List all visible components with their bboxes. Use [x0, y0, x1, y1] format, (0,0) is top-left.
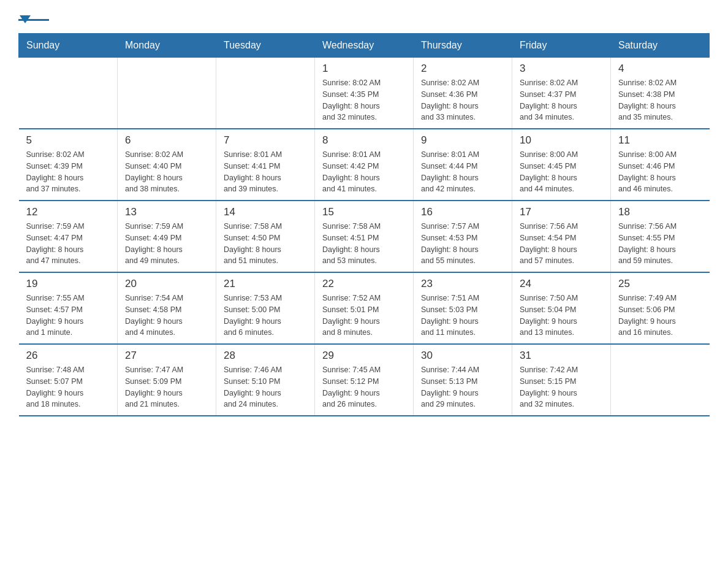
calendar-day-cell: 28Sunrise: 7:46 AMSunset: 5:10 PMDayligh…	[216, 344, 315, 416]
day-info: Sunrise: 8:02 AMSunset: 4:36 PMDaylight:…	[421, 77, 504, 123]
day-info: Sunrise: 7:52 AMSunset: 5:01 PMDaylight:…	[322, 293, 406, 339]
calendar-day-cell: 21Sunrise: 7:53 AMSunset: 5:00 PMDayligh…	[216, 272, 315, 344]
day-number: 16	[421, 206, 504, 218]
logo	[18, 12, 49, 21]
calendar-day-cell: 19Sunrise: 7:55 AMSunset: 4:57 PMDayligh…	[19, 272, 118, 344]
day-info: Sunrise: 7:56 AMSunset: 4:55 PMDaylight:…	[618, 221, 702, 267]
calendar-day-cell: 8Sunrise: 8:01 AMSunset: 4:42 PMDaylight…	[315, 129, 414, 201]
day-number: 28	[224, 350, 307, 362]
day-number: 3	[520, 63, 603, 75]
day-number: 8	[322, 134, 406, 147]
calendar-day-cell: 11Sunrise: 8:00 AMSunset: 4:46 PMDayligh…	[611, 129, 710, 201]
calendar-day-cell: 25Sunrise: 7:49 AMSunset: 5:06 PMDayligh…	[611, 272, 710, 344]
day-number: 20	[125, 278, 208, 290]
page-header	[18, 12, 710, 21]
day-info: Sunrise: 7:51 AMSunset: 5:03 PMDaylight:…	[421, 293, 504, 339]
calendar-week-row: 19Sunrise: 7:55 AMSunset: 4:57 PMDayligh…	[19, 272, 710, 344]
day-number: 22	[322, 278, 406, 290]
day-info: Sunrise: 8:01 AMSunset: 4:42 PMDaylight:…	[322, 149, 406, 195]
day-number: 14	[224, 206, 307, 218]
calendar-day-cell: 7Sunrise: 8:01 AMSunset: 4:41 PMDaylight…	[216, 129, 315, 201]
calendar-day-cell: 16Sunrise: 7:57 AMSunset: 4:53 PMDayligh…	[414, 201, 512, 272]
day-info: Sunrise: 8:00 AMSunset: 4:46 PMDaylight:…	[618, 149, 702, 195]
day-number: 6	[125, 134, 208, 147]
logo-triangle-icon	[20, 15, 31, 23]
day-info: Sunrise: 8:02 AMSunset: 4:38 PMDaylight:…	[618, 77, 702, 123]
day-number: 26	[26, 350, 110, 362]
day-of-week-header: Tuesday	[216, 34, 315, 58]
day-number: 15	[322, 206, 406, 218]
calendar-day-cell: 24Sunrise: 7:50 AMSunset: 5:04 PMDayligh…	[512, 272, 611, 344]
calendar-day-cell: 2Sunrise: 8:02 AMSunset: 4:36 PMDaylight…	[414, 58, 512, 129]
calendar-day-cell: 30Sunrise: 7:44 AMSunset: 5:13 PMDayligh…	[414, 344, 512, 416]
day-number: 17	[520, 206, 603, 218]
calendar-day-cell: 27Sunrise: 7:47 AMSunset: 5:09 PMDayligh…	[118, 344, 216, 416]
day-info: Sunrise: 8:01 AMSunset: 4:41 PMDaylight:…	[224, 149, 307, 195]
day-info: Sunrise: 7:53 AMSunset: 5:00 PMDaylight:…	[224, 293, 307, 339]
day-of-week-header: Monday	[118, 34, 216, 58]
calendar-day-cell	[611, 344, 710, 416]
calendar-day-cell	[216, 58, 315, 129]
calendar-week-row: 5Sunrise: 8:02 AMSunset: 4:39 PMDaylight…	[19, 129, 710, 201]
day-number: 25	[618, 278, 702, 290]
day-number: 10	[520, 134, 603, 147]
calendar-day-cell	[19, 58, 118, 129]
day-number: 19	[26, 278, 110, 290]
day-info: Sunrise: 8:02 AMSunset: 4:37 PMDaylight:…	[520, 77, 603, 123]
calendar-day-cell	[118, 58, 216, 129]
calendar-day-cell: 10Sunrise: 8:00 AMSunset: 4:45 PMDayligh…	[512, 129, 611, 201]
day-number: 7	[224, 134, 307, 147]
day-info: Sunrise: 8:02 AMSunset: 4:39 PMDaylight:…	[26, 149, 110, 195]
day-info: Sunrise: 8:01 AMSunset: 4:44 PMDaylight:…	[421, 149, 504, 195]
day-number: 29	[322, 350, 406, 362]
calendar-day-cell: 4Sunrise: 8:02 AMSunset: 4:38 PMDaylight…	[611, 58, 710, 129]
day-number: 24	[520, 278, 603, 290]
calendar-day-cell: 6Sunrise: 8:02 AMSunset: 4:40 PMDaylight…	[118, 129, 216, 201]
day-info: Sunrise: 7:58 AMSunset: 4:51 PMDaylight:…	[322, 221, 406, 267]
day-info: Sunrise: 7:55 AMSunset: 4:57 PMDaylight:…	[26, 293, 110, 339]
calendar-day-cell: 18Sunrise: 7:56 AMSunset: 4:55 PMDayligh…	[611, 201, 710, 272]
day-number: 18	[618, 206, 702, 218]
day-info: Sunrise: 7:59 AMSunset: 4:47 PMDaylight:…	[26, 221, 110, 267]
day-info: Sunrise: 7:50 AMSunset: 5:04 PMDaylight:…	[520, 293, 603, 339]
calendar-day-cell: 31Sunrise: 7:42 AMSunset: 5:15 PMDayligh…	[512, 344, 611, 416]
day-number: 9	[421, 134, 504, 147]
calendar-day-cell: 15Sunrise: 7:58 AMSunset: 4:51 PMDayligh…	[315, 201, 414, 272]
day-number: 13	[125, 206, 208, 218]
calendar-day-cell: 5Sunrise: 8:02 AMSunset: 4:39 PMDaylight…	[19, 129, 118, 201]
calendar-week-row: 1Sunrise: 8:02 AMSunset: 4:35 PMDaylight…	[19, 58, 710, 129]
day-number: 27	[125, 350, 208, 362]
day-number: 5	[26, 134, 110, 147]
day-info: Sunrise: 8:02 AMSunset: 4:35 PMDaylight:…	[322, 77, 406, 123]
day-info: Sunrise: 7:59 AMSunset: 4:49 PMDaylight:…	[125, 221, 208, 267]
day-info: Sunrise: 7:42 AMSunset: 5:15 PMDaylight:…	[520, 364, 603, 410]
calendar-day-cell: 1Sunrise: 8:02 AMSunset: 4:35 PMDaylight…	[315, 58, 414, 129]
calendar-week-row: 26Sunrise: 7:48 AMSunset: 5:07 PMDayligh…	[19, 344, 710, 416]
day-number: 23	[421, 278, 504, 290]
day-number: 31	[520, 350, 603, 362]
day-info: Sunrise: 7:45 AMSunset: 5:12 PMDaylight:…	[322, 364, 406, 410]
day-number: 2	[421, 63, 504, 75]
calendar-week-row: 12Sunrise: 7:59 AMSunset: 4:47 PMDayligh…	[19, 201, 710, 272]
day-number: 1	[322, 63, 406, 75]
calendar-header-row: SundayMondayTuesdayWednesdayThursdayFrid…	[19, 34, 710, 58]
day-of-week-header: Friday	[512, 34, 611, 58]
day-number: 30	[421, 350, 504, 362]
day-of-week-header: Thursday	[414, 34, 512, 58]
calendar-day-cell: 29Sunrise: 7:45 AMSunset: 5:12 PMDayligh…	[315, 344, 414, 416]
day-info: Sunrise: 8:02 AMSunset: 4:40 PMDaylight:…	[125, 149, 208, 195]
calendar-day-cell: 14Sunrise: 7:58 AMSunset: 4:50 PMDayligh…	[216, 201, 315, 272]
day-info: Sunrise: 7:57 AMSunset: 4:53 PMDaylight:…	[421, 221, 504, 267]
day-info: Sunrise: 7:56 AMSunset: 4:54 PMDaylight:…	[520, 221, 603, 267]
calendar-day-cell: 23Sunrise: 7:51 AMSunset: 5:03 PMDayligh…	[414, 272, 512, 344]
calendar-day-cell: 20Sunrise: 7:54 AMSunset: 4:58 PMDayligh…	[118, 272, 216, 344]
day-of-week-header: Saturday	[611, 34, 710, 58]
day-info: Sunrise: 7:49 AMSunset: 5:06 PMDaylight:…	[618, 293, 702, 339]
calendar-day-cell: 22Sunrise: 7:52 AMSunset: 5:01 PMDayligh…	[315, 272, 414, 344]
calendar-day-cell: 13Sunrise: 7:59 AMSunset: 4:49 PMDayligh…	[118, 201, 216, 272]
day-info: Sunrise: 7:47 AMSunset: 5:09 PMDaylight:…	[125, 364, 208, 410]
calendar-day-cell: 26Sunrise: 7:48 AMSunset: 5:07 PMDayligh…	[19, 344, 118, 416]
day-of-week-header: Sunday	[19, 34, 118, 58]
day-number: 12	[26, 206, 110, 218]
calendar-day-cell: 12Sunrise: 7:59 AMSunset: 4:47 PMDayligh…	[19, 201, 118, 272]
